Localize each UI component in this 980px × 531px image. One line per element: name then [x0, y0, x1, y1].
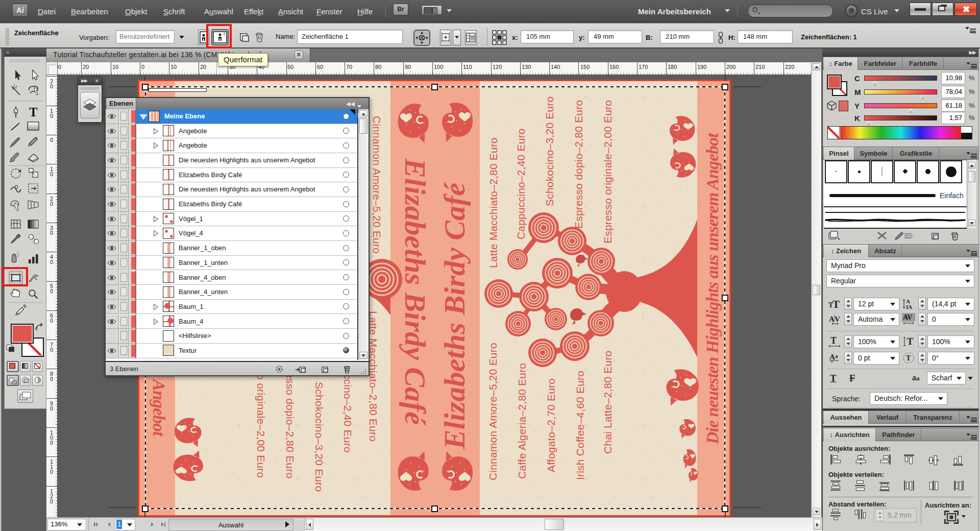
svg-text:T: T: [832, 298, 840, 310]
svg-text:a: a: [835, 353, 838, 359]
svg-text:V: V: [835, 315, 840, 323]
svg-text:T: T: [830, 335, 837, 346]
svg-text:A: A: [829, 353, 835, 361]
svg-text:T: T: [907, 336, 913, 347]
svg-text:T: T: [906, 354, 911, 362]
svg-text:AV: AV: [903, 313, 912, 321]
svg-text:A: A: [829, 315, 835, 323]
svg-text:T: T: [29, 105, 38, 119]
svg-text:IA: IA: [906, 304, 912, 310]
